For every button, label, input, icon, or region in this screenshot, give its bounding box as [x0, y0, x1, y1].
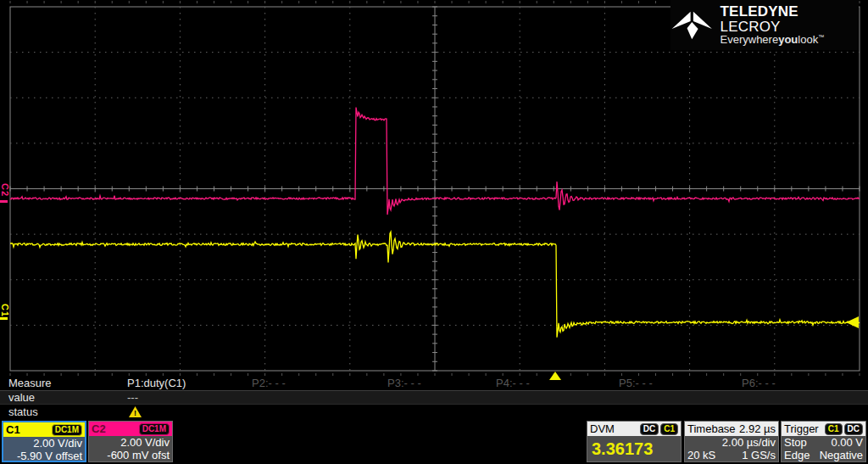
warning-icon: ! — [129, 406, 142, 417]
trigger-title: Trigger — [784, 422, 819, 435]
teledyne-logo-icon — [670, 8, 714, 42]
grid-graticule — [10, 1, 860, 376]
channel-c1-name: C1 — [6, 423, 20, 436]
trigger-level-marker[interactable] — [846, 316, 859, 328]
trigger-header: Trigger C1 DC — [782, 422, 865, 436]
measure-p1[interactable]: P1:duty(C1) — [127, 377, 186, 389]
measure-p4[interactable]: P4:- - - — [496, 377, 530, 389]
oscilloscope-screen: TELEDYNE LECROY Everywhereyoulook™ C2 C1… — [0, 0, 868, 464]
trigger-mode: Stop — [784, 436, 807, 449]
trigger-source-badge: C1 — [825, 423, 843, 435]
brand-tagline-pre: Everywhere — [721, 34, 779, 47]
trigger-slope: Negative — [820, 449, 863, 461]
brand-wordmark: TELEDYNE LECROY Everywhereyoulook™ — [721, 4, 854, 47]
dvm-title: DVM — [590, 422, 615, 435]
measure-p5[interactable]: P5:- - - — [619, 377, 653, 389]
c1-position-marker[interactable] — [0, 317, 8, 320]
channel-c2-axis-label[interactable]: C2 — [0, 183, 10, 197]
value-row-label: value — [8, 391, 35, 404]
timebase-header: Timebase 2.92 µs — [685, 422, 778, 436]
channel-c2-coupling-badge: DC1M — [139, 423, 170, 435]
brand-tagline-post: look — [798, 34, 818, 47]
timebase-title: Timebase — [687, 422, 736, 435]
measure-row-label: Measure — [8, 377, 52, 389]
measure-p6[interactable]: P6:- - - — [742, 377, 776, 389]
channel-c2-name: C2 — [92, 422, 106, 435]
measure-value-row: value --- — [0, 390, 868, 405]
channel-c1-descriptor[interactable]: C1 DC1M 2.00 V/div -5.90 V offset — [2, 421, 86, 462]
timebase-panel[interactable]: Timebase 2.92 µs 2.00 µs/div 20 kS 1 GS/… — [684, 421, 779, 462]
brand-tagline-bold: you — [778, 34, 798, 47]
status-row-label: status — [8, 405, 38, 418]
brand-name-bold: TELEDYNE — [721, 3, 798, 20]
dvm-panel[interactable]: DVM DC C1 3.36173 — [587, 421, 682, 462]
brand-logo: TELEDYNE LECROY Everywhereyoulook™ — [670, 0, 859, 50]
timebase-headline: 2.92 µs — [739, 422, 776, 435]
channel-c2-scale: 2.00 V/div — [92, 436, 170, 449]
timebase-rate: 1 GS/s — [742, 449, 776, 461]
channel-c1-offset: -5.90 V offset — [6, 450, 82, 462]
trigger-type: Edge — [784, 449, 810, 461]
trigger-level: 0.00 V — [831, 436, 863, 449]
channel-c1-scale: 2.00 V/div — [6, 437, 82, 450]
channel-c2-header: C2 DC1M — [89, 422, 172, 436]
channel-c1-coupling-badge: DC1M — [52, 424, 82, 436]
channel-c2-offset: -600 mV ofst — [92, 449, 170, 461]
brand-name-rest: LECROY — [721, 19, 781, 35]
measure-status-row: status ! — [0, 405, 868, 418]
measure-header-row: Measure P1:duty(C1) P2:- - - P3:- - - P4… — [0, 377, 868, 390]
dvm-coupling-badge: DC — [640, 423, 659, 435]
trigger-panel[interactable]: Trigger C1 DC Stop 0.00 V Edge Negative — [781, 421, 866, 462]
brand-trademark: ™ — [818, 34, 824, 40]
measure-p1-value: --- — [127, 391, 138, 404]
measure-p2[interactable]: P2:- - - — [252, 377, 286, 389]
channel-c1-header: C1 DC1M — [3, 422, 85, 437]
measure-p3[interactable]: P3:- - - — [387, 377, 421, 389]
trigger-coupling-badge: DC — [844, 423, 863, 435]
channel-c2-descriptor[interactable]: C2 DC1M 2.00 V/div -600 mV ofst — [88, 421, 173, 462]
dvm-header: DVM DC C1 — [587, 422, 681, 436]
dvm-reading: 3.36173 — [587, 436, 681, 458]
timebase-samples: 20 kS — [687, 449, 715, 461]
c2-position-marker[interactable] — [0, 200, 8, 203]
channel-c1-axis-label[interactable]: C1 — [0, 304, 10, 317]
timebase-per-div: 2.00 µs/div — [687, 436, 776, 449]
dvm-source-badge: C1 — [660, 423, 678, 435]
